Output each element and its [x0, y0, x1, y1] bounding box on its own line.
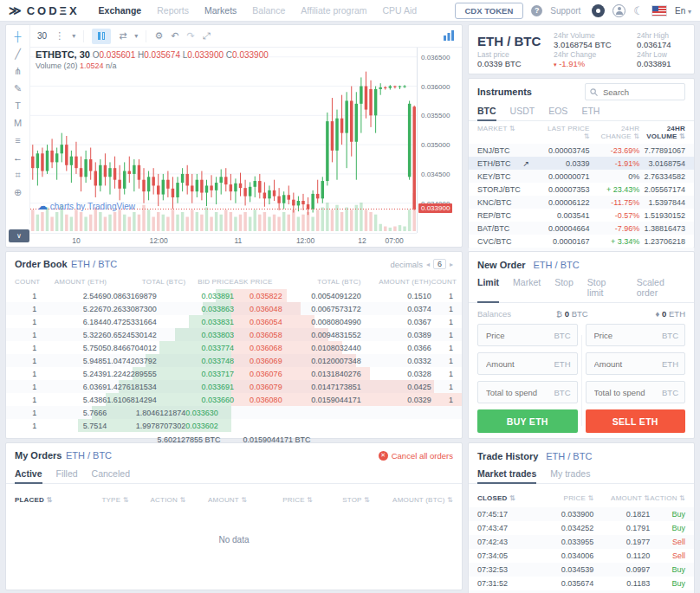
- time-axis[interactable]: 1012:001112:001207:00: [30, 233, 417, 248]
- instrument-row-enj-btc[interactable]: ENJ/BTC0.00003745-23.69%7.77891067: [469, 144, 694, 157]
- nav-cpu-aid[interactable]: CPU Aid: [383, 5, 418, 16]
- column-header-24hr-change[interactable]: 24HR CHANGE ⇅: [590, 125, 640, 140]
- instrument-row-storj-btc[interactable]: STORJ/BTC0.00007353+ 23.43%2.05567174: [469, 183, 694, 196]
- sort-icon[interactable]: ⇅: [633, 132, 639, 140]
- nav-reports[interactable]: Reports: [157, 5, 189, 16]
- interval-menu-icon[interactable]: ⋮: [55, 31, 64, 41]
- chart-type-candles-button[interactable]: [92, 29, 111, 44]
- sort-icon[interactable]: ⇅: [123, 496, 129, 504]
- column-header-amount-btc-[interactable]: AMOUNT (BTC) ⇅: [370, 496, 453, 504]
- column-header-ask-price[interactable]: ASK PRICE: [234, 278, 282, 286]
- instrument-row-key-btc[interactable]: KEY/BTC0.000000710%2.76334582: [469, 170, 694, 183]
- column-header-amount[interactable]: AMOUNT ⇅: [593, 494, 650, 502]
- sort-icon[interactable]: ⇅: [679, 132, 685, 140]
- nav-balance[interactable]: Balance: [252, 5, 285, 16]
- sell-total-input[interactable]: [593, 387, 663, 398]
- instrument-row-knc-btc[interactable]: KNC/BTC0.00006122-11.75%1.5397844: [469, 196, 694, 209]
- instrument-row-bat-btc[interactable]: BAT/BTC0.00004664-7.96%1.38816473: [469, 222, 694, 235]
- chart-plot-area[interactable]: ETHBTC, 30 O0.035601 H0.035674 L0.033900…: [30, 48, 417, 233]
- sort-icon[interactable]: ⇅: [47, 496, 53, 504]
- us-flag-icon[interactable]: [651, 5, 667, 16]
- instrument-row-cvc-btc[interactable]: CVC/BTC0.0000167+ 3.34%1.23706218: [469, 235, 694, 248]
- order-type-tab-limit[interactable]: Limit: [477, 274, 499, 303]
- instruments-tab-eos[interactable]: EOS: [548, 103, 567, 121]
- crosshair-tool-icon[interactable]: ┼: [15, 32, 22, 42]
- fullscreen-icon[interactable]: ⤢: [203, 31, 211, 41]
- order-book-row[interactable]: 15.76661.80461218740.033630: [6, 406, 462, 419]
- trade-history-table-header[interactable]: CLOSED ⇅PRICE ⇅AMOUNT ⇅ACTION ⇅: [469, 484, 694, 507]
- buy-price-input[interactable]: [484, 330, 554, 341]
- my-orders-tab-canceled[interactable]: Canceled: [92, 466, 130, 484]
- sort-icon[interactable]: ⇅: [584, 132, 590, 140]
- order-book-row[interactable]: 15.24391.22422895550.0337170.0360760.013…: [6, 367, 462, 380]
- trendline-tool-icon[interactable]: ╱: [15, 49, 21, 59]
- compare-caret-icon[interactable]: ▾: [134, 33, 138, 40]
- my-orders-tab-active[interactable]: Active: [15, 466, 42, 484]
- zoom-tool-icon[interactable]: ⊕: [14, 188, 22, 197]
- search-input[interactable]: [601, 87, 674, 98]
- notifications-icon[interactable]: [592, 4, 605, 17]
- undo-icon[interactable]: ↶: [171, 31, 178, 41]
- xabcd-tool-icon[interactable]: M: [14, 119, 22, 128]
- my-orders-tab-filled[interactable]: Filled: [56, 466, 78, 484]
- order-book-row[interactable]: 16.18440.47253316640.0338310.0360540.008…: [6, 315, 462, 328]
- sort-icon[interactable]: ⇅: [679, 494, 685, 502]
- codex-logo[interactable]: ≫ CODΞX: [9, 3, 80, 17]
- order-book-row[interactable]: 15.94851.04742037920.0337480.0360690.012…: [6, 354, 462, 367]
- sell-amount-input[interactable]: [593, 358, 663, 370]
- position-tool-icon[interactable]: ⌗: [15, 171, 20, 180]
- instruments-tab-btc[interactable]: BTC: [477, 103, 496, 121]
- order-type-tab-stop[interactable]: Stop: [554, 274, 574, 303]
- order-book-row[interactable]: 15.75141.99787073020.033602: [6, 419, 462, 432]
- column-header-amount[interactable]: AMOUNT ⇅: [185, 496, 247, 504]
- order-book-row[interactable]: 15.22670.26330873000.0338630.0360480.006…: [6, 302, 462, 315]
- column-header-total-btc-[interactable]: TOTAL (BTC): [107, 278, 185, 286]
- decimals-decrease-icon[interactable]: ◂: [426, 261, 430, 268]
- column-header-action[interactable]: ACTION ⇅: [650, 494, 685, 502]
- interval-selector[interactable]: 30: [37, 31, 47, 41]
- support-link[interactable]: Support: [550, 6, 580, 16]
- redo-icon[interactable]: ↷: [186, 31, 194, 41]
- order-book-row[interactable]: 15.32260.65245301420.0338030.0360580.009…: [6, 328, 462, 341]
- column-header-action[interactable]: ACTION ⇅: [129, 496, 186, 504]
- column-header-count[interactable]: COUNT: [431, 278, 453, 286]
- sort-icon[interactable]: ⇅: [644, 494, 650, 502]
- column-header-stop[interactable]: STOP ⇅: [313, 496, 370, 504]
- arrow-tool-icon[interactable]: ←: [13, 153, 23, 163]
- instruments-table-header[interactable]: MARKET ⇅LAST PRICE ⇅24HR CHANGE ⇅24HR VO…: [469, 121, 694, 144]
- column-header-count[interactable]: COUNT: [15, 278, 36, 286]
- column-header-type[interactable]: TYPE ⇅: [72, 496, 129, 504]
- text-tool-icon[interactable]: T: [15, 101, 21, 111]
- order-book-row[interactable]: 16.03691.42761815340.0336910.0360790.014…: [6, 380, 462, 393]
- order-book-header[interactable]: COUNTAMOUNT (ETH)TOTAL (BTC)BID PRICEASK…: [6, 274, 462, 289]
- column-header-market[interactable]: MARKET ⇅: [477, 125, 540, 140]
- brush-tool-icon[interactable]: ✎: [14, 84, 22, 93]
- user-account-icon[interactable]: [612, 4, 625, 17]
- instrument-row-rep-btc[interactable]: REP/BTC0.003541-0.57%1.51930152: [469, 209, 694, 222]
- compare-icon[interactable]: ⇄: [119, 31, 126, 41]
- instrument-row-eth-btc[interactable]: ETH/BTC↗0.0339-1.91%3.0168754: [469, 157, 694, 170]
- trade-history-tab-my-trades[interactable]: My trades: [550, 466, 590, 484]
- toolbar-collapse-button[interactable]: ∨: [9, 229, 29, 242]
- forecast-tool-icon[interactable]: ≡: [15, 136, 20, 145]
- language-selector[interactable]: En ▾: [675, 6, 691, 16]
- nav-markets[interactable]: Markets: [204, 5, 237, 16]
- column-header-amount-eth-[interactable]: AMOUNT (ETH): [361, 278, 431, 286]
- chart-settings-gear-icon[interactable]: ⚙: [154, 31, 163, 41]
- sort-icon[interactable]: ⇅: [364, 496, 370, 504]
- nav-exchange[interactable]: Exchange: [99, 5, 142, 16]
- order-book-row[interactable]: 15.75050.84667040120.0337740.0360680.010…: [6, 341, 462, 354]
- buy-button[interactable]: BUY ETH: [477, 409, 578, 433]
- column-header-bid-price[interactable]: BID PRICE: [185, 278, 234, 286]
- buy-amount-input[interactable]: [484, 358, 554, 370]
- sort-icon[interactable]: ⇅: [241, 496, 247, 504]
- order-type-tab-market[interactable]: Market: [513, 274, 541, 303]
- cdx-token-button[interactable]: CDX TOKEN: [455, 3, 524, 19]
- interval-caret-icon[interactable]: ▾: [72, 33, 75, 40]
- decimals-increase-icon[interactable]: ▸: [450, 261, 453, 268]
- column-header-24hr-volume[interactable]: 24HR VOLUME ⇅: [639, 125, 685, 140]
- buy-total-input[interactable]: [484, 387, 554, 398]
- instruments-tab-eth[interactable]: ETH: [581, 103, 600, 121]
- trade-history-tab-market-trades[interactable]: Market trades: [477, 466, 536, 484]
- sell-price-input[interactable]: [593, 330, 663, 341]
